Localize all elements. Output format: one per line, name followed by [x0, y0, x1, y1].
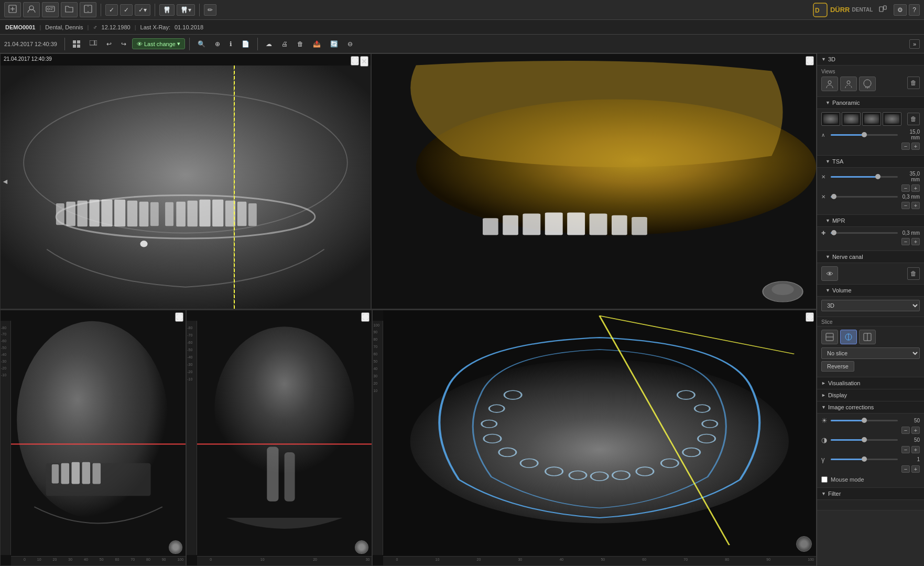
- nerve-subsection-header[interactable]: ▼ Nerve canal: [817, 251, 924, 263]
- tsa2-minus[interactable]: −: [901, 202, 910, 209]
- slice-btn3[interactable]: [859, 330, 876, 344]
- pano-minus-button[interactable]: −: [901, 143, 910, 150]
- pano-thickness-slider[interactable]: [831, 134, 898, 136]
- slice-view-buttons: [821, 330, 920, 344]
- slice-dropdown[interactable]: No slice Axial Coronal Sagittal: [821, 347, 920, 359]
- image-corrections-header[interactable]: ▼ Image corrections: [817, 401, 924, 413]
- pano-left-arrow[interactable]: ◄: [2, 177, 9, 186]
- display-header[interactable]: ► Display: [817, 389, 924, 401]
- pano-thumb-2[interactable]: [842, 112, 861, 126]
- tsa1-minus[interactable]: −: [901, 184, 910, 192]
- trash-button[interactable]: 🗑: [293, 38, 307, 50]
- slice-btn2[interactable]: [840, 330, 857, 344]
- pano-thumb-1[interactable]: [821, 112, 840, 126]
- gamma-minus[interactable]: −: [901, 465, 910, 473]
- threed-expand-button[interactable]: ⛶: [806, 56, 814, 66]
- pen-button[interactable]: ✏: [204, 4, 216, 16]
- mpr-handle[interactable]: [831, 230, 836, 235]
- tsa-handle2[interactable]: [831, 194, 836, 199]
- pano-thumb-4[interactable]: [883, 112, 901, 126]
- grid-layout-button[interactable]: [69, 38, 84, 50]
- rotate-button[interactable]: 🔄: [327, 38, 342, 50]
- folder-button[interactable]: [61, 2, 78, 17]
- patient-list-button[interactable]: [23, 2, 40, 17]
- undo-button[interactable]: ↩: [103, 38, 115, 50]
- nerve-trash-button[interactable]: 🗑: [907, 267, 920, 280]
- tooth2-button[interactable]: 🦷▾: [177, 4, 195, 16]
- slider-handle[interactable]: [862, 132, 867, 137]
- tsa-slider2[interactable]: [831, 196, 898, 198]
- tsa-subsection-header[interactable]: ▼ TSA: [817, 156, 924, 168]
- mpr-plus[interactable]: +: [911, 238, 920, 245]
- view-skull-button[interactable]: [859, 77, 876, 91]
- mpr-minus[interactable]: −: [901, 238, 910, 245]
- tsa1-plus[interactable]: +: [911, 184, 920, 192]
- toolbar-settings-button[interactable]: ⚙: [894, 4, 907, 16]
- xray-button[interactable]: [80, 2, 96, 17]
- tsa2-plus[interactable]: +: [911, 202, 920, 209]
- panel-3d-header[interactable]: ▼ 3D: [817, 53, 924, 66]
- checkmark2-button[interactable]: ✓: [120, 4, 133, 16]
- id-card-button[interactable]: [42, 2, 59, 17]
- pano-thumb-trash[interactable]: 🗑: [907, 113, 920, 125]
- mpr-subsection-header[interactable]: ▼ MPR: [817, 215, 924, 227]
- svg-rect-40: [248, 203, 257, 226]
- mpr-slider[interactable]: [831, 232, 898, 234]
- cloud-button[interactable]: ☁: [262, 38, 276, 50]
- image-corrections-title: Image corrections: [828, 404, 874, 410]
- info-button[interactable]: ℹ: [226, 38, 236, 50]
- checkmark3-button[interactable]: ✓▾: [135, 4, 150, 16]
- brightness-plus[interactable]: +: [911, 427, 920, 434]
- compare-button[interactable]: ⊖: [344, 38, 356, 50]
- tooth-button[interactable]: 🦷: [159, 4, 175, 16]
- views-trash-button[interactable]: 🗑: [907, 77, 920, 89]
- gamma-slider[interactable]: [831, 459, 898, 460]
- contrast-icon: ◑: [821, 436, 829, 444]
- pano-close-button[interactable]: ✕: [360, 56, 368, 67]
- brightness-slider[interactable]: [831, 420, 898, 421]
- axial-expand-button[interactable]: ⛶: [806, 312, 814, 322]
- contrast-plus[interactable]: +: [911, 446, 920, 453]
- nerve-icon-button[interactable]: [821, 266, 838, 281]
- volume-dropdown[interactable]: 3D MPR Panoramic: [821, 300, 920, 311]
- export-button[interactable]: 📤: [309, 38, 324, 50]
- svg-rect-18: [77, 45, 80, 48]
- slice-btn1[interactable]: [821, 330, 838, 344]
- volume-subsection-header[interactable]: ▼ Volume: [817, 285, 924, 297]
- pano-plus-button[interactable]: +: [911, 143, 920, 150]
- visualisation-header[interactable]: ► Visualisation: [817, 377, 924, 389]
- gamma-plus[interactable]: +: [911, 465, 920, 473]
- sagittal-expand-button[interactable]: ⛶: [175, 312, 183, 322]
- toolbar-help-button[interactable]: ?: [909, 4, 920, 16]
- redo-button[interactable]: ↪: [117, 38, 130, 50]
- view-back-button[interactable]: [840, 77, 857, 91]
- contrast-minus[interactable]: −: [901, 446, 910, 453]
- last-change-button[interactable]: 👁 Last change ▾: [132, 38, 185, 49]
- brightness-minus[interactable]: −: [901, 427, 910, 434]
- toolbar-expand-button[interactable]: »: [909, 39, 920, 49]
- panoramic-subsection-header[interactable]: ▼ Panoramic: [817, 97, 924, 109]
- svg-rect-24: [56, 203, 64, 225]
- document-button[interactable]: 📄: [238, 38, 253, 50]
- grid2-button[interactable]: [86, 38, 101, 50]
- tsa-slider1[interactable]: [831, 176, 898, 178]
- pano-expand-button[interactable]: ⛶: [351, 56, 359, 66]
- crosshair-button[interactable]: ⊕: [211, 38, 224, 50]
- coronal-expand-button[interactable]: ⛶: [361, 312, 369, 322]
- tsa1-pm: − +: [821, 184, 920, 192]
- mouse-mode-label[interactable]: Mouse mode: [831, 476, 864, 483]
- contrast-slider[interactable]: [831, 439, 898, 441]
- reverse-button[interactable]: Reverse: [821, 361, 854, 372]
- svg-rect-25: [66, 202, 75, 226]
- filter-header[interactable]: ▼ Filter: [817, 488, 924, 500]
- new-patient-button[interactable]: [4, 2, 21, 17]
- view-front-button[interactable]: [821, 77, 838, 91]
- checkmark-button[interactable]: ✓: [105, 4, 118, 16]
- pano-thickness-slider-row: ∧ 15,0 mm: [821, 129, 920, 140]
- pano-thumb-3[interactable]: [862, 112, 881, 126]
- mouse-mode-checkbox[interactable]: [821, 476, 828, 483]
- tsa-handle1[interactable]: [875, 174, 880, 179]
- print-button[interactable]: 🖨: [278, 38, 291, 50]
- magnify-button[interactable]: 🔍: [194, 38, 209, 50]
- top-row: 21.04.2017 12:40:39 ⛶ ✕: [0, 53, 817, 310]
